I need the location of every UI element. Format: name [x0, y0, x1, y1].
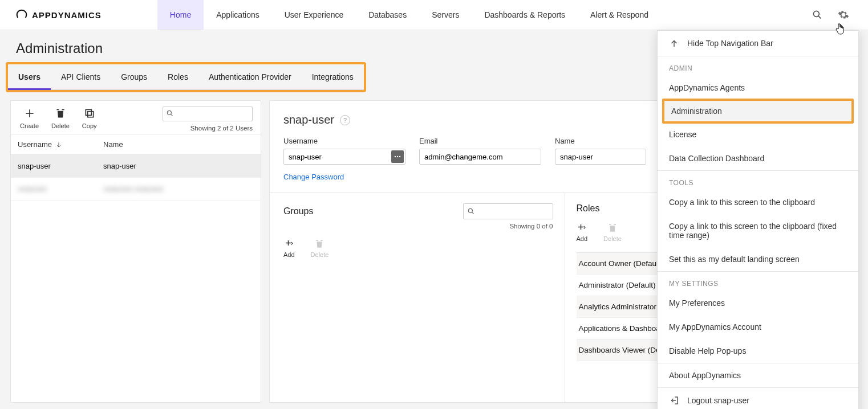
nav-tab-servers[interactable]: Servers	[419, 0, 472, 30]
svg-point-6	[167, 111, 171, 114]
groups-delete-button: Delete	[311, 239, 329, 258]
admin-subtabs-highlight: Users API Clients Groups Roles Authentic…	[6, 62, 366, 92]
menu-administration[interactable]: Administration	[662, 99, 854, 124]
nav-tab-applications[interactable]: Applications	[204, 0, 272, 30]
users-showing: Showing 2 of 2 Users	[190, 125, 253, 132]
roles-add-button[interactable]: Add	[577, 223, 588, 242]
subtab-roles[interactable]: Roles	[157, 64, 198, 89]
label-name: Name	[555, 137, 646, 145]
gear-icon[interactable]	[837, 9, 850, 21]
sort-arrow-icon	[55, 141, 62, 148]
create-label: Create	[20, 122, 39, 129]
ellipsis-icon[interactable]	[391, 150, 404, 163]
subtab-groups[interactable]: Groups	[111, 64, 157, 89]
menu-admin-header: ADMIN	[658, 56, 858, 76]
groups-title: Groups	[283, 206, 313, 216]
nav-tab-alert[interactable]: Alert & Respond	[578, 0, 661, 30]
help-icon[interactable]: ?	[340, 115, 350, 125]
name-input[interactable]	[555, 149, 646, 165]
svg-point-10	[397, 156, 398, 157]
svg-rect-4	[87, 112, 93, 117]
menu-license[interactable]: License	[658, 122, 858, 146]
cell-name: snap-user	[96, 155, 261, 177]
nav-tab-home[interactable]: Home	[157, 0, 204, 30]
admin-subtabs: Users API Clients Groups Roles Authentic…	[8, 64, 364, 90]
column-username[interactable]: Username	[11, 134, 96, 154]
nav-tab-user-experience[interactable]: User Experience	[272, 0, 356, 30]
cell-username: snap-user	[11, 155, 96, 177]
roles-title: Roles	[577, 203, 600, 214]
top-navigation: APPDYNAMICS Home Applications User Exper…	[0, 0, 868, 30]
menu-disable-help[interactable]: Disable Help Pop-ups	[658, 339, 858, 363]
menu-tools-header: TOOLS	[658, 171, 858, 190]
brand-text: APPDYNAMICS	[32, 10, 102, 20]
groups-search[interactable]	[463, 203, 553, 219]
field-username: Username	[283, 137, 405, 165]
nav-tab-databases[interactable]: Databases	[356, 0, 419, 30]
menu-account[interactable]: My AppDynamics Account	[658, 315, 858, 339]
groups-column: Groups Showing 0 of 0 Add Dele	[270, 193, 565, 402]
menu-logout[interactable]: Logout snap-user	[658, 388, 858, 409]
brand-logo: APPDYNAMICS	[0, 9, 117, 21]
copy-label: Copy	[82, 122, 97, 129]
label-username: Username	[283, 137, 405, 145]
svg-line-1	[818, 16, 821, 19]
delete-label: Delete	[51, 122, 70, 129]
svg-point-11	[399, 156, 400, 157]
menu-hide-top-nav[interactable]: Hide Top Navigation Bar	[658, 31, 858, 56]
create-button[interactable]: Create	[20, 108, 39, 129]
svg-line-13	[472, 212, 473, 214]
subtab-api-clients[interactable]: API Clients	[51, 64, 111, 89]
roles-delete-button: Delete	[603, 223, 622, 242]
search-icon	[467, 207, 475, 215]
menu-data-collection[interactable]: Data Collection Dashboard	[658, 146, 858, 170]
column-name[interactable]: Name	[96, 134, 261, 154]
delete-button[interactable]: Delete	[51, 108, 70, 129]
copy-button[interactable]: Copy	[82, 108, 97, 129]
arrow-up-icon	[669, 38, 679, 48]
brand-icon	[16, 9, 27, 21]
cell-name: redacted redacted	[96, 178, 261, 200]
groups-add-button[interactable]: Add	[283, 239, 295, 258]
field-email: Email	[419, 137, 541, 165]
table-row[interactable]: redacted redacted redacted	[11, 178, 261, 201]
subtab-auth-provider[interactable]: Authentication Provider	[198, 64, 302, 89]
svg-line-7	[171, 114, 172, 116]
users-panel: Create Delete Copy Showing 2 of 2 Users	[10, 100, 261, 403]
users-toolbar: Create Delete Copy Showing 2 of 2 Users	[11, 101, 261, 134]
users-table-header: Username Name	[11, 134, 261, 155]
cursor-pointer-icon	[835, 23, 845, 38]
menu-copy-link-fixed[interactable]: Copy a link to this screen to the clipbo…	[658, 214, 858, 247]
svg-rect-5	[86, 109, 91, 115]
field-name: Name	[555, 137, 646, 165]
svg-point-12	[468, 208, 472, 212]
nav-tabs: Home Applications User Experience Databa…	[157, 0, 661, 30]
detail-title: snap-user	[283, 113, 334, 126]
settings-menu: Hide Top Navigation Bar ADMIN AppDynamic…	[657, 30, 859, 409]
subtab-users[interactable]: Users	[8, 64, 51, 89]
logout-icon	[669, 395, 679, 406]
menu-about[interactable]: About AppDynamics	[658, 363, 858, 387]
groups-showing: Showing 0 of 0	[283, 223, 553, 230]
menu-preferences[interactable]: My Preferences	[658, 291, 858, 315]
menu-copy-link[interactable]: Copy a link to this screen to the clipbo…	[658, 190, 858, 214]
menu-set-landing[interactable]: Set this as my default landing screen	[658, 247, 858, 271]
table-row[interactable]: snap-user snap-user	[11, 155, 261, 178]
svg-point-9	[395, 156, 396, 157]
svg-point-0	[813, 11, 819, 17]
subtab-integrations[interactable]: Integrations	[302, 64, 364, 89]
label-email: Email	[419, 137, 541, 145]
users-search: Showing 2 of 2 Users	[163, 107, 253, 132]
menu-agents[interactable]: AppDynamics Agents	[658, 76, 858, 100]
nav-right	[811, 9, 868, 21]
username-input[interactable]	[283, 149, 405, 165]
nav-tab-dashboards[interactable]: Dashboards & Reports	[472, 0, 578, 30]
email-input[interactable]	[419, 149, 541, 165]
menu-settings-header: MY SETTINGS	[658, 272, 858, 291]
users-search-input[interactable]	[163, 107, 253, 121]
search-icon[interactable]	[811, 9, 824, 21]
cell-username: redacted	[11, 178, 96, 200]
search-icon	[166, 109, 174, 117]
